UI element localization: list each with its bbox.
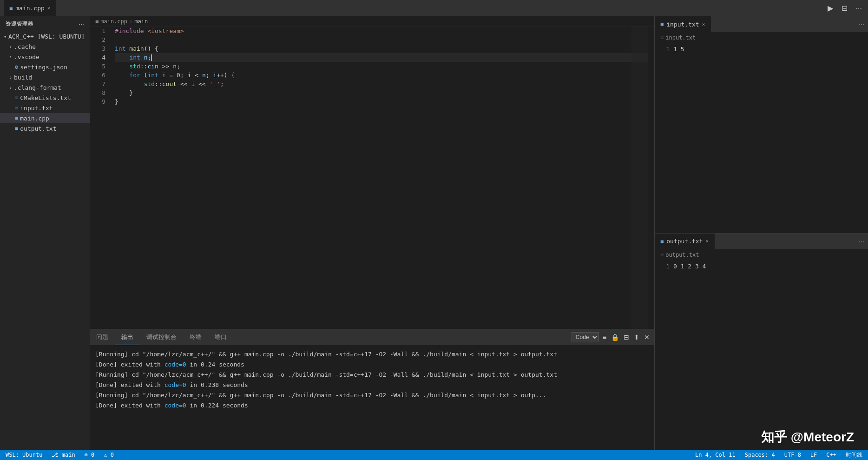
close-input-tab-btn[interactable]: ✕	[702, 21, 705, 27]
terminal-line-6: [Done] exited with code=0 in 0.224 secon…	[95, 400, 649, 411]
status-position[interactable]: Ln 4, Col 11	[693, 452, 737, 458]
terminal-line-1: [Running] cd "/home/lzc/acm_c++/" && g++…	[95, 349, 649, 360]
status-warnings[interactable]: ⚠ 0	[102, 452, 116, 458]
status-branch[interactable]: ⎇ main	[50, 452, 77, 458]
sidebar: 资源管理器 ··· ▾ ACM_C++ [WSL: UBUNTU] › .cac…	[0, 16, 90, 450]
sidebar-item-main-cpp[interactable]: ≡ main.cpp	[0, 113, 90, 123]
status-timeline[interactable]: 时间线	[844, 451, 864, 459]
sidebar-root-folder[interactable]: ▾ ACM_C++ [WSL: UBUNTU]	[0, 31, 90, 41]
sidebar-item-cache[interactable]: › .cache	[0, 41, 90, 52]
sidebar-header-actions: ···	[79, 20, 84, 27]
sidebar-item-cmake[interactable]: ≡ CMakeLists.txt	[0, 93, 90, 103]
input-breadcrumb: ≡ input.txt	[655, 33, 868, 43]
input-tab-label: input.txt	[666, 21, 699, 28]
line-numbers: 1 2 3 4 5 6 7 8 9	[90, 27, 113, 329]
build-label: build	[14, 74, 90, 81]
input-line-1: 1 5	[673, 45, 684, 53]
output-more-btn[interactable]: ···	[858, 237, 865, 246]
terminal-lock-btn[interactable]: 🔒	[610, 333, 620, 342]
status-bar-left: WSL: Ubuntu ⎇ main ⊗ 0 ⚠ 0	[4, 452, 116, 458]
status-bar: WSL: Ubuntu ⎇ main ⊗ 0 ⚠ 0 Ln 4, Col 11 …	[0, 450, 868, 460]
input-breadcrumb-label: input.txt	[665, 34, 696, 41]
status-crlf[interactable]: LF	[809, 452, 819, 458]
terminal-tab-problems[interactable]: 问题	[90, 329, 115, 345]
line-num-8: 8	[90, 88, 109, 97]
vscode-label: .vscode	[14, 53, 90, 60]
line-num-6: 6	[90, 71, 109, 80]
sidebar-item-vscode[interactable]: › .vscode	[0, 52, 90, 62]
terminal-dropdown[interactable]: Code	[572, 332, 599, 342]
terminal-close-btn[interactable]: ✕	[643, 333, 651, 342]
line-num-4: 4	[90, 53, 109, 62]
breadcrumb-file-icon: ≡	[95, 18, 99, 25]
line-num-2: 2	[90, 35, 109, 44]
status-spaces[interactable]: Spaces: 4	[743, 452, 777, 458]
code-line-8: }	[115, 88, 654, 97]
root-folder-label: ACM_C++ [WSL: UBUNTU]	[8, 33, 90, 40]
more-actions-button[interactable]: ···	[854, 3, 864, 13]
terminal-split-btn[interactable]: ⊟	[623, 333, 630, 342]
input-more-btn[interactable]: ···	[858, 20, 865, 29]
tab-main-cpp[interactable]: ≡ main.cpp ✕	[4, 0, 56, 16]
chevron-right-icon: ›	[9, 54, 12, 60]
output-breadcrumb: ≡ output.txt	[655, 250, 868, 260]
cpp-file-icon: ≡	[15, 115, 18, 121]
code-area[interactable]: #include <iostream> int main() { int n;	[113, 27, 654, 329]
terminal-tab-bar: 问题 输出 调试控制台 终端 端口 Code ≡ 🔒 ⊟ ⬆ ✕	[90, 329, 654, 346]
terminal-list-btn[interactable]: ≡	[602, 333, 607, 342]
output-tab-bar: ≡ output.txt ✕ ···	[655, 233, 868, 250]
input-panel-actions: ···	[858, 16, 868, 32]
input-code[interactable]: 1 5	[673, 45, 684, 231]
output-line-1: 0 1 2 3 4	[673, 262, 706, 271]
sidebar-item-output[interactable]: ≡ output.txt	[0, 123, 90, 133]
terminal-line-3: [Running] cd "/home/lzc/acm_c++/" && g++…	[95, 370, 649, 380]
scroll-indicator	[648, 27, 654, 329]
terminal-line-5: [Running] cd "/home/lzc/acm_c++/" && g++…	[95, 390, 649, 400]
output-body: 1 0 1 2 3 4	[655, 260, 868, 450]
status-bar-right: Ln 4, Col 11 Spaces: 4 UTF-8 LF C++ 时间线	[693, 451, 864, 459]
run-button[interactable]: ▶	[825, 3, 835, 13]
close-tab-btn[interactable]: ✕	[47, 5, 51, 11]
terminal: 问题 输出 调试控制台 终端 端口 Code ≡ 🔒 ⊟ ⬆ ✕ [Runnin…	[90, 329, 654, 450]
terminal-tab-ports[interactable]: 端口	[208, 329, 233, 345]
more-options-btn[interactable]: ···	[79, 20, 84, 27]
terminal-tab-output[interactable]: 输出	[115, 329, 140, 345]
tab-input-txt[interactable]: ≡ input.txt ✕	[655, 16, 711, 32]
split-editor-button[interactable]: ⊟	[839, 3, 850, 13]
output-line-numbers: 1	[655, 262, 673, 448]
breadcrumb-file: main.cpp	[100, 18, 127, 25]
input-tab-bar: ≡ input.txt ✕ ···	[655, 16, 868, 33]
output-code: 0 1 2 3 4	[673, 262, 706, 448]
status-language[interactable]: C++	[824, 452, 838, 458]
terminal-tab-terminal[interactable]: 终端	[183, 329, 208, 345]
sidebar-item-clang-format[interactable]: › .clang-format	[0, 82, 90, 93]
terminal-tab-debug[interactable]: 调试控制台	[140, 329, 183, 345]
terminal-line-4: [Done] exited with code=0 in 0.238 secon…	[95, 380, 649, 390]
close-output-tab-btn[interactable]: ✕	[706, 238, 709, 244]
output-breadcrumb-icon: ≡	[660, 252, 664, 258]
line-num-9: 9	[90, 97, 109, 106]
title-bar-actions: ▶ ⊟ ···	[825, 3, 864, 13]
sidebar-item-input[interactable]: ≡ input.txt	[0, 103, 90, 113]
status-errors[interactable]: ⊗ 0	[83, 452, 97, 458]
tab-output-txt[interactable]: ≡ output.txt ✕	[655, 233, 715, 249]
sidebar-item-settings[interactable]: ⚙ settings.json	[0, 62, 90, 72]
input-section: ≡ input.txt ✕ ··· ≡ input.txt 1 1 5	[655, 16, 868, 233]
terminal-line-2: [Done] exited with code=0 in 0.24 second…	[95, 360, 649, 370]
file-icon: ≡	[9, 5, 13, 12]
terminal-actions: Code ≡ 🔒 ⊟ ⬆ ✕	[572, 332, 654, 342]
tab-bar: ≡ main.cpp ✕	[4, 0, 56, 16]
status-encoding[interactable]: UTF-8	[783, 452, 803, 458]
code-line-1: #include <iostream>	[115, 27, 654, 35]
settings-file-icon: ⚙	[15, 64, 18, 70]
input-body: 1 1 5	[655, 43, 868, 233]
code-line-4: int n;	[115, 53, 654, 62]
cmake-label: CMakeLists.txt	[20, 94, 90, 101]
status-wsl[interactable]: WSL: Ubuntu	[4, 452, 44, 458]
sidebar-title: 资源管理器	[6, 20, 33, 27]
minimap	[631, 27, 648, 329]
terminal-maximize-btn[interactable]: ⬆	[633, 333, 640, 342]
sidebar-item-build[interactable]: › build	[0, 72, 90, 82]
chevron-right-icon: ›	[9, 75, 12, 80]
cmake-file-icon: ≡	[15, 94, 18, 101]
